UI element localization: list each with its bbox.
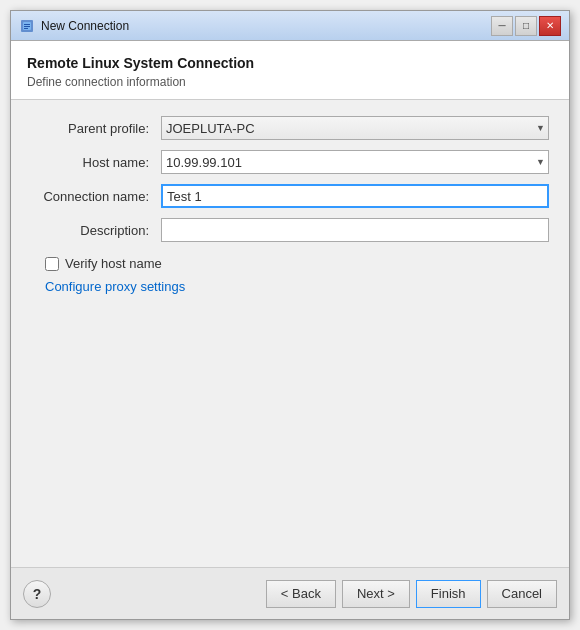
- window-title: New Connection: [41, 19, 491, 33]
- parent-profile-select[interactable]: JOEPLUTA-PC: [161, 116, 549, 140]
- svg-rect-4: [24, 28, 28, 29]
- new-connection-window: New Connection ─ □ ✕ Remote Linux System…: [10, 10, 570, 620]
- verify-host-text: Verify host name: [65, 256, 162, 271]
- parent-profile-row: Parent profile: JOEPLUTA-PC: [31, 116, 549, 140]
- svg-rect-3: [24, 26, 30, 27]
- footer-buttons: < Back Next > Finish Cancel: [266, 580, 557, 608]
- svg-rect-2: [24, 24, 30, 25]
- window-controls: ─ □ ✕: [491, 16, 561, 36]
- verify-host-label[interactable]: Verify host name: [45, 256, 162, 271]
- help-button[interactable]: ?: [23, 580, 51, 608]
- back-button[interactable]: < Back: [266, 580, 336, 608]
- finish-button[interactable]: Finish: [416, 580, 481, 608]
- verify-host-row: Verify host name: [31, 256, 549, 271]
- window-body: Remote Linux System Connection Define co…: [11, 41, 569, 619]
- footer: ? < Back Next > Finish Cancel: [11, 567, 569, 619]
- page-subtitle: Define connection information: [27, 75, 553, 89]
- description-label: Description:: [31, 223, 161, 238]
- page-header: Remote Linux System Connection Define co…: [11, 41, 569, 100]
- parent-profile-control: JOEPLUTA-PC: [161, 116, 549, 140]
- maximize-button[interactable]: □: [515, 16, 537, 36]
- connection-name-input[interactable]: [161, 184, 549, 208]
- next-button[interactable]: Next >: [342, 580, 410, 608]
- host-name-wrapper: [161, 150, 549, 174]
- page-title: Remote Linux System Connection: [27, 55, 553, 71]
- proxy-settings-link[interactable]: Configure proxy settings: [45, 279, 185, 294]
- minimize-button[interactable]: ─: [491, 16, 513, 36]
- cancel-button[interactable]: Cancel: [487, 580, 557, 608]
- host-name-control: [161, 150, 549, 174]
- connection-name-control: [161, 184, 549, 208]
- connection-name-label: Connection name:: [31, 189, 161, 204]
- verify-host-checkbox[interactable]: [45, 257, 59, 271]
- content-area: Parent profile: JOEPLUTA-PC Host name:: [11, 100, 569, 567]
- proxy-link-row: Configure proxy settings: [31, 279, 549, 294]
- description-control: [161, 218, 549, 242]
- description-row: Description:: [31, 218, 549, 242]
- description-input[interactable]: [161, 218, 549, 242]
- window-icon: [19, 18, 35, 34]
- close-button[interactable]: ✕: [539, 16, 561, 36]
- host-name-input[interactable]: [161, 150, 549, 174]
- title-bar: New Connection ─ □ ✕: [11, 11, 569, 41]
- parent-profile-select-wrapper: JOEPLUTA-PC: [161, 116, 549, 140]
- parent-profile-label: Parent profile:: [31, 121, 161, 136]
- host-name-label: Host name:: [31, 155, 161, 170]
- host-name-row: Host name:: [31, 150, 549, 174]
- connection-name-row: Connection name:: [31, 184, 549, 208]
